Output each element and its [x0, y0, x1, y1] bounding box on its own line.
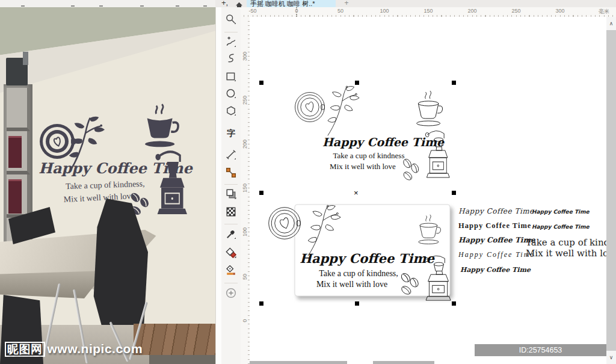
bspline-curve-tool-icon[interactable]	[226, 53, 236, 64]
v-ruler-label: 150	[242, 185, 248, 193]
drop-shadow-tool-icon[interactable]	[226, 188, 236, 199]
design-title: Happy Coffee Time	[322, 135, 445, 149]
h-ruler-label: 150	[424, 8, 433, 14]
design-line2: Mix it well with love	[316, 280, 387, 289]
horizontal-scrollbar[interactable]	[250, 361, 347, 364]
h-ruler-label: -50	[248, 8, 256, 14]
font-sample[interactable]: Happy Coffee Time	[460, 266, 531, 274]
selection-handle-n[interactable]	[355, 81, 359, 85]
room-photo: Happy Coffee Time Take a cup of kindness…	[0, 7, 215, 364]
smart-fill-tool-icon[interactable]	[226, 265, 236, 276]
beans-outline	[402, 158, 420, 181]
toolbar-fragment-icon	[71, 2, 75, 7]
toolbar-fragment-icon	[99, 2, 103, 7]
eyedropper-tool-icon[interactable]	[226, 229, 236, 239]
v-ruler-label: 200	[242, 141, 248, 149]
vertical-ruler[interactable]: 300 250 200 150 100 50 0	[241, 17, 250, 364]
horizontal-scrollbar[interactable]	[373, 361, 434, 364]
font-sample[interactable]: Happy Coffee Time	[458, 236, 535, 244]
decal-line1: Take a cup of kindness,	[66, 179, 145, 191]
pattern-transparency-tool-icon[interactable]	[226, 206, 236, 217]
ellipse-tool-icon[interactable]	[226, 88, 236, 99]
stock-id-watermark: ID:25754653 NO:20200811103712013033	[475, 344, 606, 356]
pick-tool-icon[interactable]: +,	[221, 0, 231, 7]
v-ruler-label: 0	[242, 317, 248, 324]
toolbox: 字	[221, 7, 241, 364]
freehand-tool-icon[interactable]	[226, 37, 236, 48]
horizontal-ruler[interactable]: -50 0 50 100 150 200 250 300 毫米	[241, 7, 616, 17]
font-sample[interactable]: Happy Coffee Time	[458, 221, 531, 230]
selection-handle-ne[interactable]	[452, 81, 456, 85]
scroll-up-button[interactable]: ∧	[606, 17, 616, 30]
design-line1: Take a cup of kindness	[333, 151, 405, 160]
nipic-url: www.nipic.com	[48, 342, 143, 356]
toolbar-fragment-icon	[203, 2, 207, 7]
selection-handle-se[interactable]	[452, 301, 456, 306]
vertical-scrollbar[interactable]: ∧ ∨	[606, 17, 616, 364]
connector-tool-icon[interactable]	[226, 167, 236, 178]
v-ruler-label: 300	[242, 54, 248, 61]
design-line1: Take a cup of kindness,	[319, 269, 398, 278]
design-group-upper[interactable]: Happy Coffee Time Take a cup of kindness…	[259, 84, 457, 187]
toolbar-fragment-icon	[140, 2, 144, 7]
decal-title: Happy Coffee Time	[38, 159, 193, 177]
h-ruler-label: 50	[337, 8, 343, 14]
polygon-tool-icon[interactable]	[226, 105, 236, 116]
scroll-down-button[interactable]: ∨	[606, 351, 616, 364]
branch-outline	[328, 86, 359, 135]
selection-handle-e[interactable]	[452, 191, 456, 195]
h-ruler-label: 250	[511, 8, 520, 14]
font-sample[interactable]: Happy Coffee Time	[458, 207, 534, 215]
wine-bottle	[8, 179, 22, 214]
selection-handle-w[interactable]	[259, 191, 263, 195]
design-title: Happy Coffee Time	[300, 251, 435, 266]
app-window: +, 手摇 咖啡机 咖啡 树..* +	[0, 0, 616, 364]
nipic-watermark: 昵图网www.nipic.com	[5, 342, 143, 357]
nipic-logo: 昵图网	[5, 342, 45, 357]
selection-center-marker[interactable]: ×	[354, 190, 359, 196]
font-sample[interactable]: Mix it well with love	[526, 248, 606, 259]
font-sample[interactable]: Happy Coffee Time	[532, 224, 590, 230]
v-ruler-label: 250	[242, 97, 248, 105]
add-tools-button[interactable]	[226, 288, 236, 298]
v-ruler-label: 50	[242, 273, 248, 280]
design-line2: Mix it well with love	[330, 162, 396, 171]
selection-handle-sw[interactable]	[259, 301, 263, 306]
text-tool-icon[interactable]: 字	[226, 128, 236, 138]
wine-bottle	[8, 136, 22, 168]
toolbar-fragment-icon	[21, 2, 25, 7]
coffee-cup-outline	[417, 91, 443, 126]
selection-handle-s[interactable]	[355, 301, 359, 306]
new-tab-button[interactable]: +	[342, 0, 351, 7]
shelf-top-item	[23, 52, 28, 65]
h-ruler-label: 300	[555, 8, 564, 14]
toolbar-fragment-icon	[176, 2, 179, 7]
ruler-unit-label: 毫米	[599, 8, 609, 16]
coffee-cup-decal	[145, 104, 178, 147]
interactive-fill-tool-icon[interactable]	[226, 247, 236, 258]
rectangle-tool-icon[interactable]	[226, 71, 236, 82]
photo-floor-shadow	[149, 355, 215, 364]
font-sample[interactable]: Happy Coffee Time	[458, 250, 535, 259]
latte-cup-outline	[295, 93, 325, 122]
h-ruler-label: 100	[380, 8, 389, 14]
font-sample[interactable]: Take a cup of kindness	[526, 237, 606, 248]
font-sample[interactable]: Happy Coffee Time	[532, 209, 590, 215]
v-ruler-label: 100	[242, 229, 248, 236]
zoom-tool-icon[interactable]	[226, 14, 236, 25]
design-group-lower[interactable]: Happy Coffee Time Take a cup of kindness…	[265, 203, 463, 303]
home-tab-icon[interactable]	[235, 0, 245, 7]
active-document-tab[interactable]: 手摇 咖啡机 咖啡 树..*	[247, 0, 336, 7]
h-ruler-label: 200	[467, 8, 476, 14]
ruler-origin-marker	[296, 7, 297, 17]
selection-handle-nw[interactable]	[259, 81, 263, 85]
latte-cup-decal	[40, 124, 76, 159]
drawing-canvas[interactable]: Happy Coffee Time Take a cup of kindness…	[250, 17, 606, 364]
dimension-tool-icon[interactable]	[226, 149, 236, 160]
photo-baseboard-tiles	[134, 324, 215, 355]
